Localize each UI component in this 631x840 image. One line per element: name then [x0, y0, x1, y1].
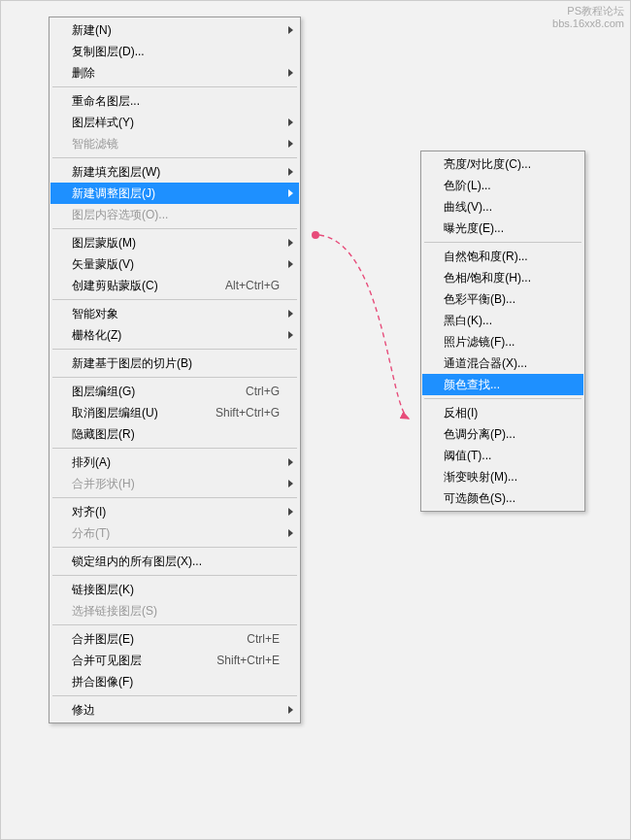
menu-item-label: 复制图层(D)... — [72, 44, 280, 60]
separator — [52, 228, 297, 229]
menu-item[interactable]: 矢量蒙版(V) — [50, 253, 299, 275]
menu-item[interactable]: 新建(N) — [50, 19, 299, 41]
menu-item[interactable]: 图层样式(Y) — [50, 112, 299, 133]
watermark-line2: bbs.16xx8.com — [552, 17, 624, 30]
menu-item[interactable]: 图层蒙版(M) — [50, 232, 299, 253]
submenu-arrow-icon — [288, 239, 293, 247]
menu-item[interactable]: 新建基于图层的切片(B) — [50, 353, 299, 374]
menu-item[interactable]: 删除 — [50, 62, 299, 84]
menu-item[interactable]: 照片滤镜(F)... — [422, 331, 583, 353]
submenu-arrow-icon — [288, 118, 293, 126]
menu-item[interactable]: 栅格化(Z) — [50, 324, 299, 346]
separator — [52, 497, 297, 498]
menu-item[interactable]: 链接图层(K) — [50, 579, 299, 600]
menu-item-label: 亮度/对比度(C)... — [444, 156, 564, 173]
menu-item-label: 锁定组内的所有图层(X)... — [72, 554, 280, 570]
menu-item-label: 渐变映射(M)... — [444, 469, 564, 486]
submenu-arrow-icon — [288, 529, 293, 537]
menu-item[interactable]: 可选颜色(S)... — [422, 487, 583, 509]
menu-item-shortcut: Shift+Ctrl+E — [216, 654, 280, 667]
menu-item[interactable]: 新建填充图层(W) — [50, 161, 299, 183]
menu-item-label: 照片滤镜(F)... — [444, 334, 564, 351]
submenu-arrow-icon — [288, 508, 293, 516]
menu-item[interactable]: 黑白(K)... — [422, 310, 583, 331]
menu-item: 智能滤镜 — [50, 133, 299, 154]
menu-item[interactable]: 渐变映射(M)... — [422, 466, 583, 487]
menu-item-label: 色彩平衡(B)... — [444, 291, 564, 308]
menu-item[interactable]: 复制图层(D)... — [50, 41, 299, 62]
submenu-arrow-icon — [288, 260, 293, 268]
separator — [52, 349, 297, 350]
watermark: PS教程论坛 bbs.16xx8.com — [552, 5, 624, 30]
menu-item[interactable]: 修边 — [50, 699, 299, 721]
menu-item-label: 图层编组(G) — [72, 384, 238, 400]
menu-item[interactable]: 颜色查找... — [422, 374, 583, 395]
menu-item-label: 重命名图层... — [72, 93, 280, 110]
separator — [52, 86, 297, 87]
menu-item-label: 阈值(T)... — [444, 448, 564, 464]
menu-item-label: 色阶(L)... — [444, 178, 564, 194]
menu-item-label: 矢量蒙版(V) — [72, 256, 280, 273]
submenu-arrow-icon — [288, 189, 293, 197]
submenu-arrow-icon — [288, 331, 293, 339]
adjustment-layer-submenu[interactable]: 亮度/对比度(C)...色阶(L)...曲线(V)...曝光度(E)...自然饱… — [420, 151, 585, 512]
separator — [424, 398, 581, 399]
menu-item: 图层内容选项(O)... — [50, 204, 299, 225]
menu-item-label: 图层蒙版(M) — [72, 235, 280, 252]
menu-item[interactable]: 重命名图层... — [50, 90, 299, 112]
menu-item[interactable]: 拼合图像(F) — [50, 671, 299, 692]
menu-item-label: 图层内容选项(O)... — [72, 207, 280, 223]
menu-item-label: 排列(A) — [72, 454, 280, 471]
submenu-arrow-icon — [288, 168, 293, 176]
menu-item[interactable]: 隐藏图层(R) — [50, 423, 299, 445]
menu-item-label: 合并图层(E) — [72, 631, 239, 648]
menu-item-label: 自然饱和度(R)... — [444, 249, 564, 265]
menu-item-label: 取消图层编组(U) — [72, 405, 208, 421]
menu-item[interactable]: 图层编组(G)Ctrl+G — [50, 381, 299, 402]
menu-item[interactable]: 色彩平衡(B)... — [422, 288, 583, 310]
menu-item-shortcut: Ctrl+G — [246, 385, 280, 398]
menu-item[interactable]: 反相(I) — [422, 402, 583, 423]
menu-item-label: 合并可见图层 — [72, 653, 209, 669]
submenu-arrow-icon — [288, 310, 293, 318]
menu-item[interactable]: 创建剪贴蒙版(C)Alt+Ctrl+G — [50, 275, 299, 296]
menu-item[interactable]: 色相/饱和度(H)... — [422, 267, 583, 288]
menu-item[interactable]: 取消图层编组(U)Shift+Ctrl+G — [50, 402, 299, 423]
menu-item[interactable]: 阈值(T)... — [422, 445, 583, 466]
menu-item[interactable]: 排列(A) — [50, 452, 299, 473]
menu-item[interactable]: 锁定组内的所有图层(X)... — [50, 551, 299, 572]
menu-item-label: 智能滤镜 — [72, 136, 280, 152]
separator — [52, 695, 297, 696]
menu-item-label: 栅格化(Z) — [72, 327, 280, 344]
menu-item[interactable]: 亮度/对比度(C)... — [422, 153, 583, 175]
start-dot-icon — [312, 231, 319, 239]
menu-item-label: 智能对象 — [72, 306, 280, 322]
separator — [52, 624, 297, 625]
separator — [52, 448, 297, 449]
menu-item: 分布(T) — [50, 522, 299, 544]
menu-item[interactable]: 自然饱和度(R)... — [422, 246, 583, 267]
menu-item[interactable]: 曝光度(E)... — [422, 218, 583, 239]
submenu-arrow-icon — [288, 26, 293, 34]
menu-item[interactable]: 对齐(I) — [50, 501, 299, 522]
separator — [424, 242, 581, 243]
menu-item[interactable]: 色阶(L)... — [422, 175, 583, 196]
menu-item[interactable]: 新建调整图层(J) — [50, 183, 299, 204]
menu-item[interactable]: 色调分离(P)... — [422, 423, 583, 445]
layer-context-menu[interactable]: 新建(N)复制图层(D)...删除重命名图层...图层样式(Y)智能滤镜新建填充… — [49, 17, 301, 723]
menu-item[interactable]: 智能对象 — [50, 303, 299, 324]
menu-item[interactable]: 通道混合器(X)... — [422, 353, 583, 374]
menu-item-label: 新建基于图层的切片(B) — [72, 355, 280, 372]
menu-item[interactable]: 合并图层(E)Ctrl+E — [50, 628, 299, 650]
separator — [52, 547, 297, 548]
menu-item-label: 新建填充图层(W) — [72, 164, 280, 181]
menu-item-label: 链接图层(K) — [72, 582, 280, 598]
menu-item[interactable]: 曲线(V)... — [422, 196, 583, 218]
menu-item-label: 曝光度(E)... — [444, 220, 564, 237]
menu-item-label: 修边 — [72, 702, 280, 719]
menu-item-label: 隐藏图层(R) — [72, 426, 280, 443]
menu-item[interactable]: 合并可见图层Shift+Ctrl+E — [50, 650, 299, 671]
submenu-arrow-icon — [288, 69, 293, 77]
menu-item-shortcut: Ctrl+E — [247, 632, 280, 646]
menu-item-label: 新建调整图层(J) — [72, 185, 280, 202]
